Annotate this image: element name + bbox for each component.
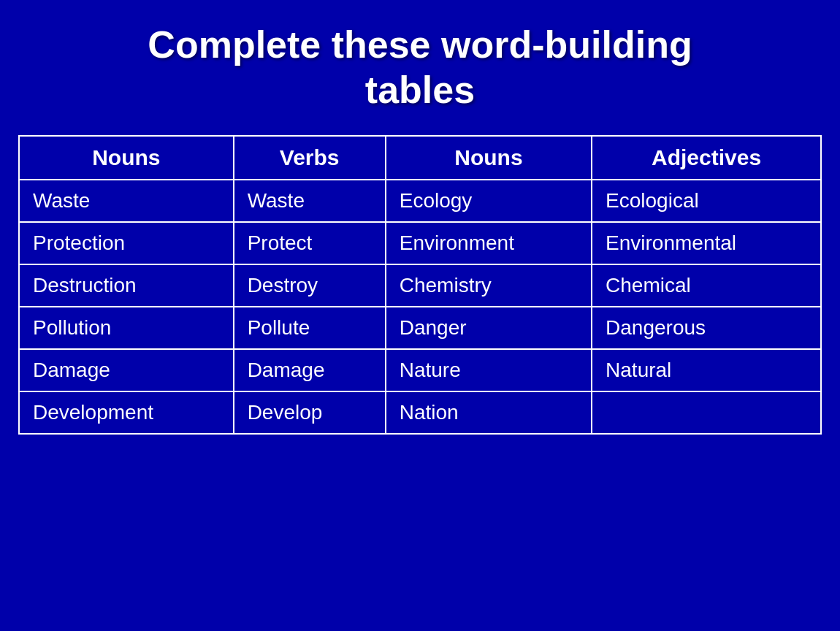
- header-verbs: Verbs: [234, 136, 386, 180]
- table-cell-1-3: Environmental: [592, 222, 821, 264]
- table-row: DevelopmentDevelopNation: [19, 391, 821, 434]
- table-cell-4-3: Natural: [592, 349, 821, 391]
- table-cell-5-0: Development: [19, 391, 234, 434]
- table-cell-4-2: Nature: [386, 349, 592, 391]
- table-cell-1-0: Protection: [19, 222, 234, 264]
- table-cell-2-3: Chemical: [592, 264, 821, 307]
- header-nouns-2: Nouns: [386, 136, 592, 180]
- table-row: DestructionDestroyChemistryChemical: [19, 264, 821, 307]
- table-cell-2-2: Chemistry: [386, 264, 592, 307]
- table-cell-2-1: Destroy: [234, 264, 386, 307]
- table-cell-5-2: Nation: [386, 391, 592, 434]
- table-cell-0-0: Waste: [19, 180, 234, 222]
- table-cell-2-0: Destruction: [19, 264, 234, 307]
- header-nouns-1: Nouns: [19, 136, 234, 180]
- table-row: PollutionPolluteDangerDangerous: [19, 307, 821, 349]
- word-building-table-wrapper: Nouns Verbs Nouns Adjectives WasteWasteE…: [18, 135, 822, 435]
- table-cell-0-3: Ecological: [592, 180, 821, 222]
- table-cell-1-2: Environment: [386, 222, 592, 264]
- table-cell-1-1: Protect: [234, 222, 386, 264]
- table-cell-3-3: Dangerous: [592, 307, 821, 349]
- table-cell-3-0: Pollution: [19, 307, 234, 349]
- page-title: Complete these word-building tables: [148, 22, 692, 113]
- table-cell-3-2: Danger: [386, 307, 592, 349]
- table-row: ProtectionProtectEnvironmentEnvironmenta…: [19, 222, 821, 264]
- table-row: WasteWasteEcologyEcological: [19, 180, 821, 222]
- word-building-table: Nouns Verbs Nouns Adjectives WasteWasteE…: [18, 135, 822, 435]
- table-cell-4-1: Damage: [234, 349, 386, 391]
- table-cell-0-1: Waste: [234, 180, 386, 222]
- table-cell-0-2: Ecology: [386, 180, 592, 222]
- table-cell-5-3: [592, 391, 821, 434]
- header-adjectives: Adjectives: [592, 136, 821, 180]
- table-cell-4-0: Damage: [19, 349, 234, 391]
- table-row: DamageDamageNatureNatural: [19, 349, 821, 391]
- table-cell-5-1: Develop: [234, 391, 386, 434]
- table-cell-3-1: Pollute: [234, 307, 386, 349]
- table-header-row: Nouns Verbs Nouns Adjectives: [19, 136, 821, 180]
